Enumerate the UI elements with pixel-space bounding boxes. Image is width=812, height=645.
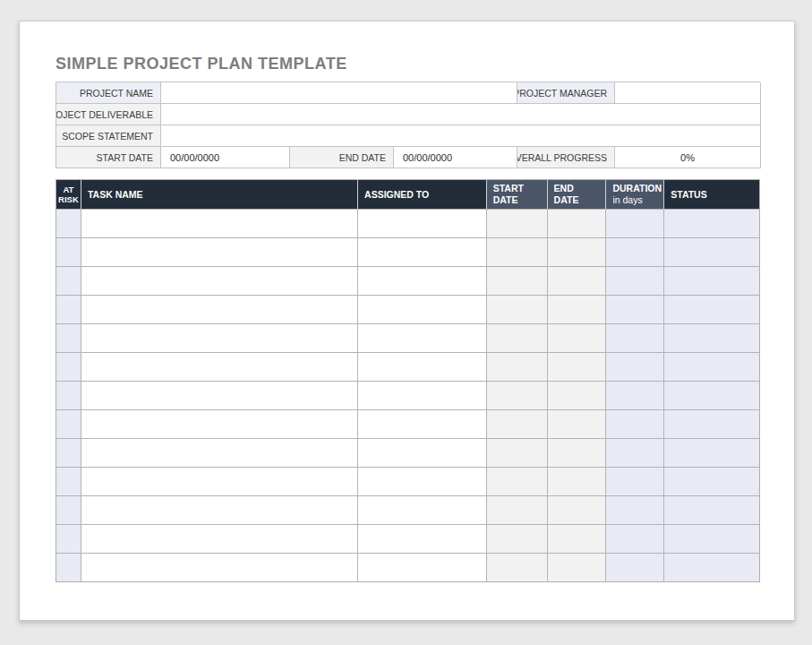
cell-duration[interactable]: [606, 382, 664, 409]
cell-status[interactable]: [664, 324, 759, 352]
cell-status[interactable]: [664, 353, 759, 381]
cell-at-risk[interactable]: [56, 296, 81, 323]
cell-end-date[interactable]: [548, 468, 607, 495]
cell-assigned-to[interactable]: [358, 267, 487, 295]
cell-status[interactable]: [664, 410, 759, 438]
cell-end-date[interactable]: [548, 554, 607, 581]
cell-status[interactable]: [664, 382, 759, 409]
cell-end-date[interactable]: [548, 525, 607, 553]
cell-assigned-to[interactable]: [358, 324, 487, 352]
cell-task-name[interactable]: [81, 496, 358, 524]
cell-start-date[interactable]: [487, 296, 548, 323]
cell-duration[interactable]: [606, 324, 664, 352]
cell-at-risk[interactable]: [56, 267, 81, 295]
cell-status[interactable]: [664, 525, 759, 553]
header-label: DURATION: [612, 183, 663, 194]
overall-progress-label: OVERALL PROGRESS: [517, 147, 615, 168]
scope-statement-field[interactable]: [161, 125, 761, 147]
cell-end-date[interactable]: [548, 410, 607, 438]
cell-start-date[interactable]: [487, 554, 548, 581]
cell-status[interactable]: [664, 496, 759, 524]
cell-duration[interactable]: [606, 496, 664, 524]
cell-start-date[interactable]: [487, 238, 548, 266]
project-name-field[interactable]: [161, 82, 517, 104]
cell-assigned-to[interactable]: [358, 496, 487, 524]
end-date-field[interactable]: 00/00/0000: [394, 147, 517, 168]
cell-at-risk[interactable]: [56, 238, 81, 266]
cell-at-risk[interactable]: [56, 353, 81, 381]
cell-assigned-to[interactable]: [358, 238, 487, 266]
cell-status[interactable]: [664, 439, 759, 467]
cell-task-name[interactable]: [81, 296, 358, 323]
cell-end-date[interactable]: [548, 324, 607, 352]
cell-at-risk[interactable]: [56, 496, 81, 524]
cell-assigned-to[interactable]: [358, 525, 487, 553]
cell-duration[interactable]: [606, 525, 664, 553]
project-manager-field[interactable]: [615, 82, 761, 104]
cell-at-risk[interactable]: [56, 525, 81, 553]
cell-status[interactable]: [664, 468, 759, 495]
cell-status[interactable]: [664, 296, 759, 323]
cell-assigned-to[interactable]: [358, 210, 487, 237]
cell-start-date[interactable]: [487, 439, 548, 467]
cell-duration[interactable]: [606, 210, 664, 237]
cell-at-risk[interactable]: [56, 210, 81, 237]
cell-end-date[interactable]: [548, 353, 607, 381]
cell-duration[interactable]: [606, 468, 664, 495]
cell-at-risk[interactable]: [56, 410, 81, 438]
cell-end-date[interactable]: [548, 238, 607, 266]
cell-assigned-to[interactable]: [358, 554, 487, 581]
cell-end-date[interactable]: [548, 267, 607, 295]
cell-task-name[interactable]: [81, 439, 358, 467]
cell-end-date[interactable]: [548, 210, 607, 237]
cell-at-risk[interactable]: [56, 382, 81, 409]
cell-start-date[interactable]: [487, 468, 548, 495]
cell-start-date[interactable]: [487, 525, 548, 553]
cell-duration[interactable]: [606, 439, 664, 467]
cell-end-date[interactable]: [548, 296, 607, 323]
overall-progress-value[interactable]: 0%: [615, 147, 761, 168]
cell-task-name[interactable]: [81, 353, 358, 381]
cell-status[interactable]: [664, 210, 759, 237]
cell-task-name[interactable]: [81, 468, 358, 495]
cell-task-name[interactable]: [81, 382, 358, 409]
cell-at-risk[interactable]: [56, 468, 81, 495]
cell-task-name[interactable]: [81, 410, 358, 438]
cell-start-date[interactable]: [487, 353, 548, 381]
cell-duration[interactable]: [606, 238, 664, 266]
cell-assigned-to[interactable]: [358, 410, 487, 438]
cell-assigned-to[interactable]: [358, 353, 487, 381]
cell-end-date[interactable]: [548, 496, 607, 524]
cell-task-name[interactable]: [81, 267, 358, 295]
cell-assigned-to[interactable]: [358, 296, 487, 323]
cell-duration[interactable]: [606, 267, 664, 295]
cell-status[interactable]: [664, 238, 759, 266]
cell-start-date[interactable]: [487, 496, 548, 524]
cell-task-name[interactable]: [81, 554, 358, 581]
cell-start-date[interactable]: [487, 410, 548, 438]
cell-end-date[interactable]: [548, 439, 607, 467]
cell-end-date[interactable]: [548, 382, 607, 409]
cell-start-date[interactable]: [487, 324, 548, 352]
cell-at-risk[interactable]: [56, 439, 81, 467]
cell-duration[interactable]: [606, 353, 664, 381]
cell-at-risk[interactable]: [56, 554, 81, 581]
cell-start-date[interactable]: [487, 382, 548, 409]
cell-task-name[interactable]: [81, 238, 358, 266]
cell-assigned-to[interactable]: [358, 468, 487, 495]
cell-duration[interactable]: [606, 554, 664, 581]
cell-duration[interactable]: [606, 296, 664, 323]
cell-status[interactable]: [664, 267, 759, 295]
start-date-field[interactable]: 00/00/0000: [161, 147, 290, 168]
cell-task-name[interactable]: [81, 525, 358, 553]
cell-assigned-to[interactable]: [358, 439, 487, 467]
cell-start-date[interactable]: [487, 210, 548, 237]
cell-task-name[interactable]: [81, 210, 358, 237]
project-deliverable-field[interactable]: [161, 104, 761, 125]
cell-at-risk[interactable]: [56, 324, 81, 352]
cell-start-date[interactable]: [487, 267, 548, 295]
cell-status[interactable]: [664, 554, 759, 581]
cell-task-name[interactable]: [81, 324, 358, 352]
cell-assigned-to[interactable]: [358, 382, 487, 409]
cell-duration[interactable]: [606, 410, 664, 438]
